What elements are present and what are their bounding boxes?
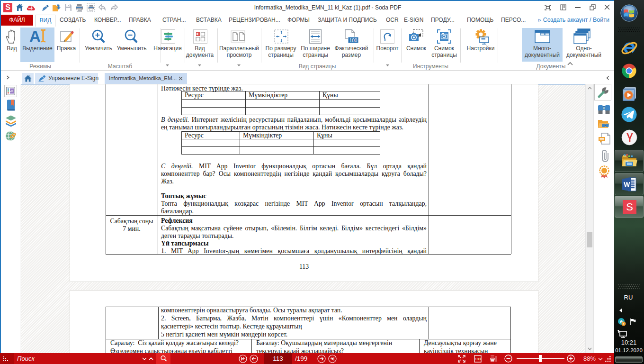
svg-text:100: 100 <box>349 38 358 43</box>
svg-text:100: 100 <box>475 357 481 361</box>
svg-text:!: ! <box>623 322 624 326</box>
svg-text:0: 0 <box>603 107 605 110</box>
